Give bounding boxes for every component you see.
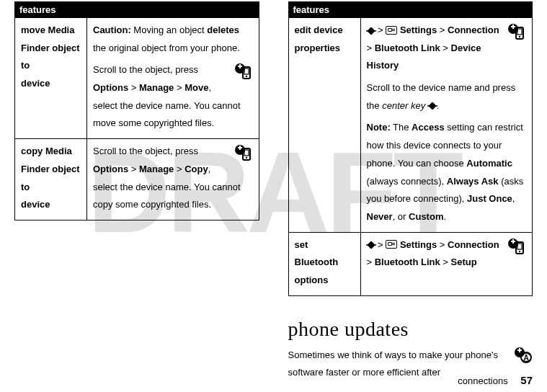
text: > xyxy=(367,43,375,53)
menu-path: Copy xyxy=(184,164,208,174)
table-row: edit device properties xyxy=(288,18,533,233)
row-title-cell: copy Media Finder object to device xyxy=(15,139,87,220)
svg-point-23 xyxy=(519,250,520,251)
row-body-cell: > Settings > Connection > Bluetooth Link… xyxy=(360,232,533,295)
menu-path: Connection xyxy=(448,24,499,35)
title-part: properties xyxy=(295,43,341,53)
text: > xyxy=(440,43,451,53)
title-part: device xyxy=(21,78,50,89)
optional-device-icon xyxy=(234,144,253,168)
text: . xyxy=(443,211,446,222)
optional-network-icon: A xyxy=(514,347,533,370)
text: Scroll to the object, press xyxy=(93,146,198,156)
title-part: device xyxy=(21,199,50,210)
svg-rect-4 xyxy=(244,68,249,74)
optional-device-icon xyxy=(507,23,526,47)
text: , xyxy=(512,193,515,204)
svg-rect-22 xyxy=(517,244,522,249)
paragraph: Scroll to the object, press Options > Ma… xyxy=(93,61,253,133)
menu-path: Custom xyxy=(409,211,443,222)
menu-path: Access xyxy=(412,122,445,133)
text: > xyxy=(437,239,448,250)
menu-path: Never xyxy=(367,211,393,222)
center-key-icon xyxy=(428,102,437,110)
text: > xyxy=(367,257,375,267)
text: , xyxy=(208,164,211,174)
menu-path: Connection xyxy=(448,239,499,250)
menu-path: Manage xyxy=(139,164,174,174)
menu-path: Just Once xyxy=(467,193,512,204)
text: Moving an object xyxy=(131,24,208,35)
text: > xyxy=(437,24,448,35)
left-table-header: features xyxy=(15,2,259,18)
text: Scroll to the object, press xyxy=(93,64,198,75)
svg-rect-8 xyxy=(239,146,241,150)
svg-rect-16 xyxy=(517,29,522,35)
text: , or xyxy=(393,211,409,222)
table-row: set Bluetooth options > xyxy=(288,232,533,295)
optional-device-icon xyxy=(234,63,253,86)
text: the original object from your phone. xyxy=(93,43,240,53)
row-body-cell: > Settings > Connection > Bluetooth Link… xyxy=(360,18,533,233)
menu-path: Bluetooth Link xyxy=(375,43,440,53)
svg-rect-10 xyxy=(244,150,249,156)
svg-point-17 xyxy=(519,36,520,37)
menu-path: Setup xyxy=(451,257,477,267)
center-key-icon xyxy=(367,241,375,249)
title-part: copy xyxy=(21,146,45,156)
note-label: Note: xyxy=(367,122,391,133)
text: Sometimes we think of ways to make your … xyxy=(288,349,499,378)
title-part: move xyxy=(21,24,48,35)
note-paragraph: Note: The Access setting can restrict ho… xyxy=(367,119,527,226)
phone-updates-heading: phone updates xyxy=(288,318,533,341)
center-key-icon xyxy=(367,27,375,35)
svg-point-11 xyxy=(245,157,246,159)
title-part: edit device xyxy=(295,24,343,35)
center-key-text: center key xyxy=(382,100,425,111)
table-row: move Media Finder object to device Cauti… xyxy=(15,18,259,139)
text: > xyxy=(375,24,386,35)
menu-path: Settings xyxy=(400,239,437,250)
right-column: features edit device properties xyxy=(288,1,533,382)
menu-path: Options xyxy=(93,82,128,93)
row-title-cell: edit device properties xyxy=(288,18,360,233)
deletes-word: deletes xyxy=(207,24,239,35)
menu-path: Options xyxy=(93,164,128,174)
row-body-cell: Caution: Moving an object deletes the or… xyxy=(87,18,259,139)
menu-path: Automatic xyxy=(466,158,512,169)
svg-text:A: A xyxy=(523,354,528,362)
title-part: options xyxy=(295,275,329,285)
caution-label: Caution: xyxy=(93,24,131,35)
left-column: features move Media Finder object to dev… xyxy=(14,1,259,382)
right-table-header: features xyxy=(288,2,533,18)
menu-path: Always Ask xyxy=(447,176,499,187)
row-body-cell: Scroll to the object, press Options > Ma… xyxy=(87,139,259,220)
text: > xyxy=(174,164,184,174)
text: The xyxy=(391,122,412,133)
menu-path: Settings xyxy=(400,24,437,35)
text: > xyxy=(375,239,386,250)
text: > xyxy=(128,82,139,93)
row-title-cell: set Bluetooth options xyxy=(288,232,360,295)
text: > xyxy=(440,257,451,267)
svg-rect-14 xyxy=(512,24,514,29)
svg-rect-2 xyxy=(239,64,241,68)
menu-path: Bluetooth Link xyxy=(375,257,440,267)
settings-icon xyxy=(386,240,397,249)
text: select the device name. You cannot move … xyxy=(93,100,241,129)
left-features-table: features move Media Finder object to dev… xyxy=(14,1,259,220)
text: (always connects), xyxy=(367,176,447,187)
table-row: copy Media Finder object to device xyxy=(15,139,259,220)
right-features-table: features edit device properties xyxy=(288,1,533,296)
paragraph: Scroll to the device name and press the … xyxy=(367,79,527,115)
optional-device-icon xyxy=(507,238,526,262)
text: > xyxy=(174,82,184,93)
menu-path: Move xyxy=(184,82,208,93)
title-part: set Bluetooth xyxy=(295,239,339,268)
text: , xyxy=(208,82,211,93)
text: select the device name. You cannot copy … xyxy=(93,182,241,210)
settings-icon xyxy=(386,26,397,35)
svg-rect-20 xyxy=(512,239,514,244)
svg-rect-26 xyxy=(519,348,520,352)
caution-paragraph: Caution: Moving an object deletes the or… xyxy=(93,22,253,57)
